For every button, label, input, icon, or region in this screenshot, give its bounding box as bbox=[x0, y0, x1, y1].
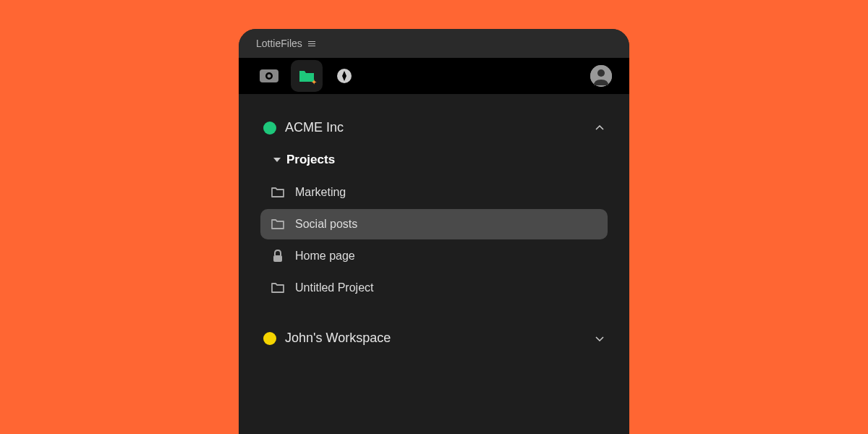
chevron-up-icon bbox=[595, 123, 605, 133]
workspace-header-john[interactable]: John's Workspace bbox=[252, 325, 616, 352]
avatar-icon bbox=[590, 65, 612, 87]
compass-icon bbox=[336, 68, 352, 84]
eye-icon bbox=[260, 69, 278, 82]
folder-icon bbox=[271, 185, 285, 200]
file-browser-panel: LottieFiles ✦ bbox=[239, 29, 629, 434]
workspace-name: John's Workspace bbox=[285, 331, 586, 346]
lock-icon bbox=[271, 249, 285, 263]
svg-rect-6 bbox=[273, 255, 282, 262]
chevron-down-icon bbox=[595, 333, 605, 344]
folder-item-untitled[interactable]: Untitled Project bbox=[260, 273, 608, 303]
folder-item-home-page[interactable]: Home page bbox=[260, 241, 608, 271]
folder-icon bbox=[271, 281, 285, 295]
workspace-header-acme[interactable]: ACME Inc bbox=[252, 114, 616, 141]
workspace-color-dot bbox=[263, 332, 276, 345]
eye-tab-button[interactable] bbox=[253, 60, 285, 92]
folder-icon bbox=[271, 217, 285, 231]
app-title: LottieFiles bbox=[256, 38, 302, 49]
svg-point-5 bbox=[597, 69, 605, 77]
folder-label: Social posts bbox=[295, 218, 357, 231]
folder-item-social-posts[interactable]: Social posts bbox=[260, 209, 608, 239]
compass-tab-button[interactable] bbox=[328, 60, 360, 92]
main-toolbar: ✦ bbox=[239, 58, 629, 94]
folder-label: Home page bbox=[295, 250, 355, 263]
workspace-name: ACME Inc bbox=[285, 120, 586, 135]
sparkle-icon: ✦ bbox=[311, 78, 317, 86]
section-title: Projects bbox=[286, 153, 335, 167]
workspace-content: ACME Inc Projects Marketing Social posts bbox=[239, 94, 629, 434]
triangle-down-icon bbox=[273, 158, 281, 162]
svg-point-2 bbox=[268, 75, 271, 78]
folder-label: Marketing bbox=[295, 186, 346, 199]
folder-list: Marketing Social posts Home page bbox=[252, 177, 616, 303]
user-avatar[interactable] bbox=[590, 65, 612, 87]
projects-section-header[interactable]: Projects bbox=[252, 141, 616, 173]
folder-tab-button[interactable]: ✦ bbox=[291, 60, 323, 92]
titlebar: LottieFiles bbox=[239, 29, 629, 58]
workspace-color-dot bbox=[263, 122, 276, 135]
folder-item-marketing[interactable]: Marketing bbox=[260, 177, 608, 208]
folder-label: Untitled Project bbox=[295, 281, 374, 294]
menu-icon[interactable] bbox=[308, 41, 315, 46]
